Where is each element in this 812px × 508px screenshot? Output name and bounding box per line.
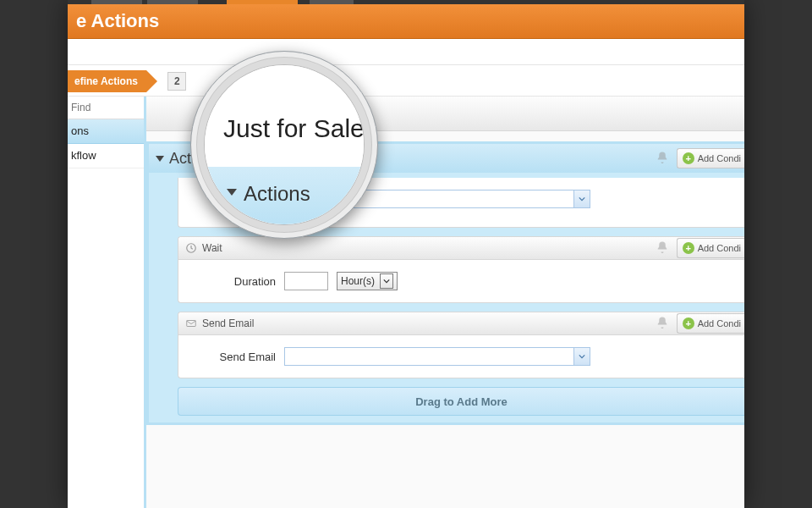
- step-label: efine Actions: [74, 75, 138, 87]
- drag-label: Drag to Add More: [415, 395, 508, 408]
- step-2[interactable]: 2: [167, 72, 186, 91]
- action-card-send-email: Send Email + Add Condi: [178, 312, 744, 378]
- add-condition-label: Add Condi: [698, 243, 741, 253]
- card-header[interactable]: Send Email + Add Condi: [178, 312, 744, 335]
- sidebar-item-label: kflow: [71, 149, 96, 162]
- app-window: e Actions efine Actions 2 ons kflow: [68, 0, 744, 508]
- tab-active[interactable]: [227, 0, 298, 4]
- svg-rect-1: [187, 321, 196, 327]
- unit-value: Hour(s): [341, 275, 375, 287]
- chevron-down-icon: [227, 189, 237, 196]
- envelope-icon: [185, 318, 197, 329]
- chevron-down-icon: [380, 273, 393, 289]
- card-body: Duration Hour(s): [178, 260, 744, 302]
- bell-icon[interactable]: [655, 316, 670, 331]
- field-label: Send Email: [212, 351, 276, 363]
- tab[interactable]: [147, 0, 198, 4]
- panel-toolbar: + Add Condi: [655, 148, 744, 168]
- page-title-bar: e Actions: [68, 4, 744, 39]
- magnifier-inner: Just for Sale Actions: [205, 65, 364, 224]
- clock-icon: [185, 242, 197, 254]
- tab[interactable]: [91, 0, 142, 4]
- plus-icon: +: [683, 152, 694, 164]
- sidebar-item-label: ons: [71, 124, 89, 137]
- chevron-down-icon: [573, 190, 590, 207]
- tab-strip: [68, 0, 744, 4]
- magnifier-lens: Just for Sale Actions: [190, 51, 378, 239]
- duration-unit-select[interactable]: Hour(s): [337, 272, 398, 290]
- plus-icon: +: [683, 242, 694, 254]
- drag-to-add-more[interactable]: Drag to Add More: [178, 387, 744, 416]
- card-title: Wait: [202, 242, 222, 254]
- magnified-actions-header: Actions: [205, 167, 364, 224]
- card-body: Send Email: [178, 335, 744, 378]
- bell-icon[interactable]: [655, 151, 670, 166]
- plus-icon: +: [683, 318, 694, 329]
- find-input[interactable]: [68, 97, 144, 118]
- add-condition-label: Add Condi: [698, 318, 741, 329]
- add-condition-label: Add Condi: [698, 153, 741, 163]
- step-define-actions[interactable]: efine Actions: [68, 70, 146, 92]
- duration-input[interactable]: [284, 272, 328, 290]
- sidebar-item[interactable]: ons: [68, 119, 144, 144]
- add-condition-button[interactable]: + Add Condi: [677, 238, 744, 258]
- page-title: e Actions: [76, 10, 159, 32]
- add-condition-button[interactable]: + Add Condi: [677, 313, 744, 334]
- find-row: [68, 97, 144, 119]
- bell-icon[interactable]: [655, 240, 670, 256]
- sidebar-item[interactable]: kflow: [68, 144, 144, 168]
- field-label: Duration: [212, 275, 276, 288]
- sidebar: ons kflow: [68, 97, 146, 508]
- chevron-down-icon: [156, 156, 164, 162]
- body: ons kflow Actions: [68, 97, 744, 508]
- chevron-down-icon: [573, 348, 590, 365]
- tab[interactable]: [310, 0, 354, 4]
- card-title: Send Email: [202, 318, 254, 329]
- wizard-steps: efine Actions 2: [68, 64, 744, 97]
- card-header[interactable]: Wait + Add Condi: [178, 237, 744, 260]
- spacer: [68, 39, 744, 64]
- magnified-workflow-title: Just for Sale: [223, 114, 364, 143]
- send-email-select[interactable]: [284, 347, 590, 366]
- action-card-wait: Wait + Add Condi Durati: [178, 236, 744, 303]
- magnified-actions-label: Actions: [244, 182, 310, 206]
- add-condition-button[interactable]: + Add Condi: [677, 148, 744, 168]
